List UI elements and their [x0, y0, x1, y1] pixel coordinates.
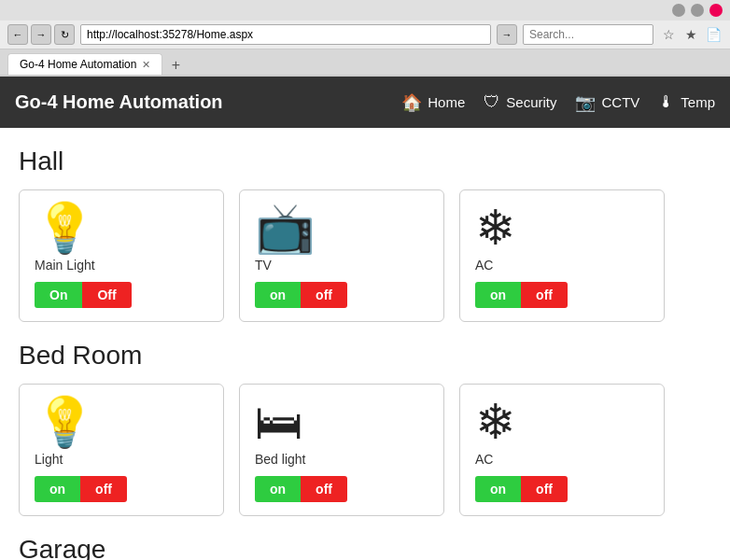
maximize-button[interactable] — [691, 4, 704, 17]
hall-tv-off-button[interactable]: off — [301, 282, 347, 308]
settings-icon[interactable]: 📄 — [704, 25, 723, 44]
bedroom-bed-light-on-button[interactable]: on — [255, 476, 301, 502]
nav-temp-label: Temp — [681, 94, 715, 110]
app-content: Hall 💡 Main Light On Off 📺 TV on off ❄ — [0, 128, 730, 560]
snowflake-icon: ❄ — [475, 203, 516, 252]
hall-ac-card: ❄ AC on off — [459, 189, 665, 322]
bedroom-ac-off-button[interactable]: off — [521, 476, 568, 502]
bedroom-light-off-button[interactable]: off — [80, 476, 127, 502]
favorites-icon[interactable]: ★ — [681, 25, 700, 44]
hall-section: Hall 💡 Main Light On Off 📺 TV on off ❄ — [19, 147, 711, 322]
nav-security[interactable]: 🛡 Security — [484, 92, 556, 112]
bedroom-bed-light-off-button[interactable]: off — [301, 476, 347, 502]
hall-ac-off-button[interactable]: off — [521, 282, 568, 308]
hall-title: Hall — [19, 147, 711, 176]
nav-cctv-label: CCTV — [601, 94, 639, 110]
garage-title: Garage — [19, 535, 711, 560]
hall-main-light-card: 💡 Main Light On Off — [19, 189, 224, 322]
bulb-icon: 💡 — [35, 203, 95, 252]
temp-icon: 🌡 — [658, 92, 675, 112]
forward-button[interactable]: → — [31, 24, 51, 45]
close-button[interactable] — [709, 4, 723, 17]
minimize-button[interactable] — [672, 4, 685, 17]
tab-label: Go-4 Home Automation — [20, 58, 136, 71]
bedroom-title: Bed Room — [19, 341, 711, 371]
nav-buttons: ← → ↻ — [7, 24, 75, 45]
hall-ac-on-button[interactable]: on — [475, 282, 521, 308]
nav-home[interactable]: 🏠 Home — [401, 92, 465, 113]
browser-chrome: ← → ↻ → ☆ ★ 📄 Go-4 Home Automation ✕ + — [0, 0, 730, 77]
search-input[interactable] — [523, 24, 653, 45]
hall-ac-name: AC — [475, 258, 493, 273]
tab-bar: Go-4 Home Automation ✕ + — [0, 49, 730, 76]
hall-ac-toggle: on off — [475, 282, 568, 308]
bedroom-ac-toggle: on off — [475, 476, 568, 502]
security-icon: 🛡 — [484, 92, 500, 112]
bed-icon: 🛏 — [255, 398, 303, 446]
active-tab[interactable]: Go-4 Home Automation ✕ — [7, 53, 162, 75]
tv-icon: 📺 — [255, 203, 316, 252]
home-icon: 🏠 — [401, 92, 422, 113]
hall-tv-on-button[interactable]: on — [255, 282, 301, 308]
nav-temp[interactable]: 🌡 Temp — [658, 92, 715, 112]
snowflake-icon-2: ❄ — [475, 398, 516, 446]
address-bar[interactable] — [80, 24, 491, 45]
back-button[interactable]: ← — [7, 24, 28, 45]
hall-main-light-on-button[interactable]: On — [35, 282, 82, 308]
bedroom-ac-card: ❄ AC on off — [459, 384, 665, 516]
new-tab-button[interactable]: + — [166, 56, 185, 75]
hall-tv-name: TV — [255, 258, 272, 273]
garage-section: Garage — [19, 535, 711, 560]
app-title: Go-4 Home Automation — [15, 91, 223, 113]
bedroom-ac-on-button[interactable]: on — [475, 476, 521, 502]
hall-main-light-off-button[interactable]: Off — [82, 282, 131, 308]
bedroom-ac-name: AC — [475, 452, 493, 467]
bedroom-bed-light-toggle: on off — [255, 476, 347, 502]
bedroom-light-on-button[interactable]: on — [35, 476, 80, 502]
bedroom-light-name: Light — [35, 452, 63, 467]
bedroom-light-toggle: on off — [35, 476, 127, 502]
hall-main-light-toggle: On Off — [35, 282, 132, 308]
app-header: Go-4 Home Automation 🏠 Home 🛡 Security 📷… — [0, 77, 730, 128]
tab-close-button[interactable]: ✕ — [142, 59, 150, 71]
hall-main-light-name: Main Light — [35, 258, 95, 273]
cctv-icon: 📷 — [575, 92, 596, 113]
browser-toolbar: ← → ↻ → ☆ ★ 📄 — [0, 21, 730, 49]
nav-security-label: Security — [506, 94, 556, 110]
bedroom-bed-light-name: Bed light — [255, 452, 305, 467]
bedroom-light-card: 💡 Light on off — [19, 384, 224, 516]
hall-tv-card: 📺 TV on off — [239, 189, 444, 322]
bedroom-section: Bed Room 💡 Light on off 🛏 Bed light on o… — [19, 341, 711, 516]
star-icon[interactable]: ☆ — [659, 25, 678, 44]
browser-icons: ☆ ★ 📄 — [659, 25, 723, 44]
nav-cctv[interactable]: 📷 CCTV — [575, 92, 639, 113]
main-nav: 🏠 Home 🛡 Security 📷 CCTV 🌡 Temp — [401, 92, 715, 113]
nav-home-label: Home — [428, 94, 465, 110]
bulb-icon-2: 💡 — [35, 398, 95, 446]
bedroom-bed-light-card: 🛏 Bed light on off — [239, 384, 444, 516]
hall-cards: 💡 Main Light On Off 📺 TV on off ❄ AC — [19, 189, 711, 322]
browser-titlebar — [0, 0, 730, 21]
go-button[interactable]: → — [497, 24, 517, 45]
hall-tv-toggle: on off — [255, 282, 347, 308]
bedroom-cards: 💡 Light on off 🛏 Bed light on off ❄ AC — [19, 384, 711, 516]
refresh-button[interactable]: ↻ — [54, 24, 75, 45]
